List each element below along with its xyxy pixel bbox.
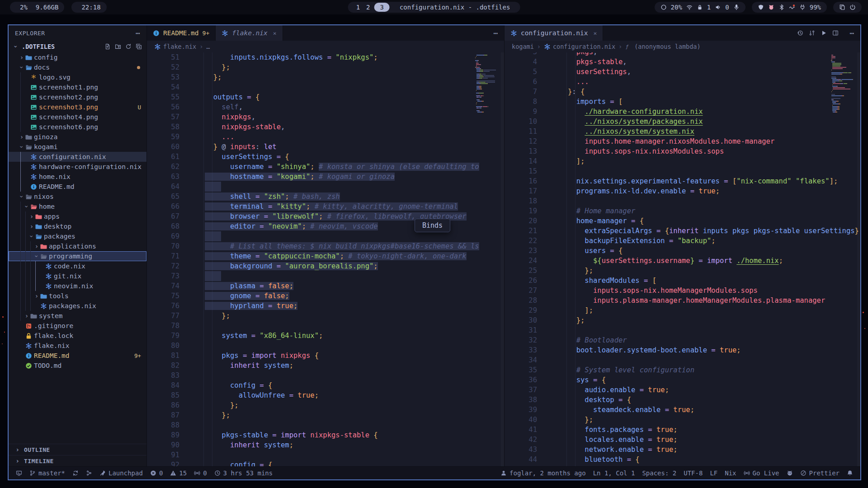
line-number[interactable]: 32 [505,335,547,345]
line-number[interactable]: 82 [147,361,189,371]
code-line-75[interactable]: 75 gnome = false; [147,291,504,301]
workspace-3[interactable]: 3 [374,3,390,12]
status-item-spaces-2[interactable]: Spaces: 2 [638,467,680,479]
tree-item-kogami[interactable]: ›kogami [9,142,146,152]
code-line-61[interactable]: 61 userSettings = { [147,152,504,162]
tree-item-packages.nix[interactable]: packages.nix [9,301,146,311]
line-number[interactable]: 62 [147,162,189,172]
line-number[interactable]: 58 [147,122,189,132]
code-line-69[interactable]: 69 [147,231,504,241]
line-number[interactable]: 14 [505,156,547,166]
new-folder-icon[interactable] [115,43,121,50]
line-number[interactable]: 11 [505,127,547,136]
play-icon[interactable] [821,30,827,36]
code-line-70[interactable]: 70 # List all themes: $ nix build nixpkg… [147,241,504,251]
status-item-prettier[interactable]: Prettier [797,467,843,479]
code-line-74[interactable]: 74 plasma = false; [147,281,504,291]
code-line-3[interactable]: 3 pkgs, [505,52,860,57]
new-file-icon[interactable] [104,43,111,50]
status-item-3-hrs-53-mins[interactable]: 3 hrs 53 mins [211,467,277,479]
code-line-60[interactable]: 60 } @ inputs: let [147,142,504,152]
tree-item-screenshot3.png[interactable]: screenshot3.pngU [9,102,146,112]
line-number[interactable]: 20 [505,216,547,226]
status-item-0[interactable]: 0 [146,467,166,479]
code-line-7[interactable]: 7}: { [505,87,860,97]
tree-item-docs[interactable]: ›docs [9,62,146,72]
editor1-minimap[interactable] [475,53,501,113]
code-line-86[interactable]: 86 }; [147,400,504,410]
tree-item-screenshot2.png[interactable]: screenshot2.png [9,92,146,102]
line-number[interactable]: 79 [147,331,189,341]
collapse-icon[interactable] [136,43,142,50]
tree-item-flake.lock[interactable]: flake.lock [9,331,146,341]
tree-item-hardware-configuration.nix[interactable]: hardware-configuration.nix [9,162,146,172]
line-number[interactable]: 64 [147,182,189,192]
code-line-40[interactable]: 40 }; [505,415,860,425]
workspace-2[interactable]: 2 [364,4,372,11]
plug-icon[interactable] [799,4,806,10]
workspace-1[interactable]: 1 [354,4,362,11]
tree-item-home[interactable]: ›home [9,202,146,211]
line-number[interactable]: 51 [147,52,189,62]
line-number[interactable]: 7 [505,87,547,97]
status-item-launchpad[interactable]: Launchpad [96,467,146,479]
tree-item-logo.svg[interactable]: logo.svg [9,72,146,82]
code-line-89[interactable]: 89 pkgs-stable = import nixpkgs-stable { [147,430,504,440]
code-line-67[interactable]: 67 browser = "librewolf"; # firefox, lib… [147,211,504,221]
status-item-octo[interactable] [783,467,797,479]
code-line-20[interactable]: 20 home-manager = { [505,216,860,226]
code-line-14[interactable]: 14 ]; [505,156,860,166]
tree-item-configuration.nix[interactable]: configuration.nix [9,152,146,162]
code-line-35[interactable]: 35 # System level configuration [505,365,860,375]
tree-item-neovim.nix[interactable]: neovim.nix [9,281,146,291]
line-number[interactable]: 80 [147,341,189,351]
line-number[interactable]: 8 [505,97,547,107]
code-line-6[interactable]: 6 ... [505,77,860,87]
code-line-22[interactable]: 22 backupFileExtension = "backup"; [505,236,860,246]
line-number[interactable]: 88 [147,420,189,430]
code-line-53[interactable]: 53 }; [147,72,504,82]
code-line-34[interactable]: 34 [505,355,860,365]
speaker-icon[interactable] [715,4,721,10]
code-line-25[interactable]: 25 }; [505,266,860,276]
line-number[interactable]: 70 [147,241,189,251]
line-number[interactable]: 71 [147,251,189,261]
tree-item-tools[interactable]: ›tools [9,291,146,301]
tree-item-.gitignore[interactable]: .gitignore [9,321,146,331]
wave-icon[interactable] [789,4,795,10]
code-line-79[interactable]: 79 system = "x86_64-linux"; [147,331,504,341]
code-line-13[interactable]: 13 inputs.sops-nix.nixosModules.sops [505,146,860,156]
line-number[interactable]: 39 [505,405,547,415]
code-line-18[interactable]: 18 [505,196,860,206]
tree-item-applications[interactable]: ›applications [9,241,146,251]
code-line-38[interactable]: 38 desktop = { [505,395,860,405]
tree-item-home.nix[interactable]: home.nix [9,172,146,182]
line-number[interactable]: 55 [147,92,189,102]
breadcrumb-item[interactable]: ƒ(anonymous lambda) [625,43,700,50]
code-line-87[interactable]: 87 }; [147,410,504,420]
code-line-91[interactable]: 91 [147,450,504,460]
tab-README.md[interactable]: README.md9+ [147,25,216,41]
tree-item-system[interactable]: ›system [9,311,146,321]
tree-item-apps[interactable]: ›apps [9,211,146,221]
close-icon[interactable]: × [593,30,597,37]
line-number[interactable]: 44 [505,455,547,465]
code-line-77[interactable]: 77 }; [147,311,504,321]
diff-icon[interactable] [809,30,815,36]
tree-item-packages[interactable]: ›packages [9,231,146,241]
code-line-88[interactable]: 88 [147,420,504,430]
code-line-76[interactable]: 76 hyprland = true; [147,301,504,311]
more-actions-icon[interactable]: ⋯ [849,29,854,38]
line-number[interactable]: 45 [505,465,547,466]
editor2-scrollbar[interactable] [857,52,860,466]
code-line-19[interactable]: 19 # Home manager [505,206,860,216]
tree-item-code.nix[interactable]: code.nix [9,261,146,271]
status-item-remote[interactable] [12,467,26,479]
code-line-84[interactable]: 84 config = { [147,380,504,390]
code-line-27[interactable]: 27 inputs.sops-nix.homeManagerModules.so… [505,286,860,296]
code-line-82[interactable]: 82 inherit system; [147,361,504,371]
line-number[interactable]: 56 [147,102,189,112]
code-line-36[interactable]: 36 sys = { [505,375,860,385]
tree-item-flake.nix[interactable]: flake.nix [9,341,146,351]
status-item-nix[interactable]: Nix [721,467,740,479]
